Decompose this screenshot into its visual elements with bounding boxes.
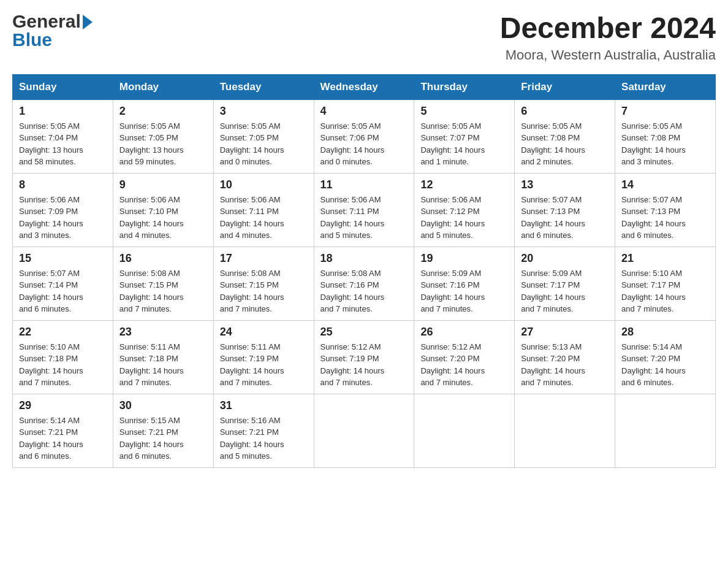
day-info: Sunrise: 5:07 AMSunset: 7:14 PMDaylight:… xyxy=(19,269,83,314)
day-number: 15 xyxy=(19,252,107,265)
day-info: Sunrise: 5:05 AMSunset: 7:05 PMDaylight:… xyxy=(220,121,284,167)
logo-general-text: General xyxy=(12,12,81,31)
day-info: Sunrise: 5:14 AMSunset: 7:21 PMDaylight:… xyxy=(19,416,83,461)
day-info: Sunrise: 5:13 AMSunset: 7:20 PMDaylight:… xyxy=(521,342,585,388)
day-number: 6 xyxy=(521,105,609,118)
column-header-thursday: Thursday xyxy=(414,74,515,99)
day-number: 10 xyxy=(220,178,308,191)
day-number: 22 xyxy=(19,326,107,339)
calendar-cell: 19Sunrise: 5:09 AMSunset: 7:16 PMDayligh… xyxy=(414,247,515,320)
calendar-cell: 13Sunrise: 5:07 AMSunset: 7:13 PMDayligh… xyxy=(515,173,615,247)
column-header-friday: Friday xyxy=(515,74,615,99)
day-info: Sunrise: 5:16 AMSunset: 7:21 PMDaylight:… xyxy=(220,416,284,461)
day-number: 17 xyxy=(220,252,308,265)
day-number: 14 xyxy=(621,178,709,191)
calendar-cell: 9Sunrise: 5:06 AMSunset: 7:10 PMDaylight… xyxy=(113,173,213,247)
day-info: Sunrise: 5:10 AMSunset: 7:17 PMDaylight:… xyxy=(621,269,686,314)
calendar-cell: 24Sunrise: 5:11 AMSunset: 7:19 PMDayligh… xyxy=(213,320,314,394)
day-number: 26 xyxy=(420,326,508,339)
calendar-cell xyxy=(615,394,716,467)
calendar-cell: 3Sunrise: 5:05 AMSunset: 7:05 PMDaylight… xyxy=(213,99,314,173)
calendar-header-row: SundayMondayTuesdayWednesdayThursdayFrid… xyxy=(13,74,716,99)
day-number: 28 xyxy=(621,326,709,339)
column-header-monday: Monday xyxy=(113,74,213,99)
calendar-cell: 5Sunrise: 5:05 AMSunset: 7:07 PMDaylight… xyxy=(414,99,515,173)
logo-blue-text: Blue xyxy=(12,31,52,49)
day-number: 5 xyxy=(420,105,508,118)
column-header-sunday: Sunday xyxy=(13,74,113,99)
day-number: 29 xyxy=(19,399,107,412)
calendar-cell: 21Sunrise: 5:10 AMSunset: 7:17 PMDayligh… xyxy=(615,247,716,320)
day-number: 31 xyxy=(220,399,308,412)
calendar-cell: 27Sunrise: 5:13 AMSunset: 7:20 PMDayligh… xyxy=(515,320,615,394)
day-info: Sunrise: 5:07 AMSunset: 7:13 PMDaylight:… xyxy=(521,195,585,240)
day-number: 20 xyxy=(521,252,609,265)
day-info: Sunrise: 5:12 AMSunset: 7:20 PMDaylight:… xyxy=(420,342,485,388)
calendar-week-row: 1Sunrise: 5:05 AMSunset: 7:04 PMDaylight… xyxy=(13,99,716,173)
day-info: Sunrise: 5:10 AMSunset: 7:18 PMDaylight:… xyxy=(19,342,83,388)
day-number: 24 xyxy=(220,326,308,339)
page-header: General Blue December 2024 Moora, Wester… xyxy=(12,12,716,63)
calendar-cell: 16Sunrise: 5:08 AMSunset: 7:15 PMDayligh… xyxy=(113,247,213,320)
calendar-week-row: 29Sunrise: 5:14 AMSunset: 7:21 PMDayligh… xyxy=(13,394,716,467)
day-info: Sunrise: 5:07 AMSunset: 7:13 PMDaylight:… xyxy=(621,195,686,240)
day-number: 8 xyxy=(19,178,107,191)
calendar-cell: 25Sunrise: 5:12 AMSunset: 7:19 PMDayligh… xyxy=(314,320,414,394)
day-number: 16 xyxy=(119,252,207,265)
day-info: Sunrise: 5:05 AMSunset: 7:05 PMDaylight:… xyxy=(119,121,184,167)
calendar-cell: 18Sunrise: 5:08 AMSunset: 7:16 PMDayligh… xyxy=(314,247,414,320)
day-info: Sunrise: 5:05 AMSunset: 7:08 PMDaylight:… xyxy=(621,121,686,167)
day-info: Sunrise: 5:05 AMSunset: 7:08 PMDaylight:… xyxy=(521,121,585,167)
calendar-cell xyxy=(314,394,414,467)
day-number: 3 xyxy=(220,105,308,118)
calendar-table: SundayMondayTuesdayWednesdayThursdayFrid… xyxy=(12,74,716,468)
day-info: Sunrise: 5:14 AMSunset: 7:20 PMDaylight:… xyxy=(621,342,686,388)
calendar-cell: 15Sunrise: 5:07 AMSunset: 7:14 PMDayligh… xyxy=(13,247,113,320)
calendar-week-row: 22Sunrise: 5:10 AMSunset: 7:18 PMDayligh… xyxy=(13,320,716,394)
logo: General Blue xyxy=(12,12,93,49)
day-info: Sunrise: 5:09 AMSunset: 7:17 PMDaylight:… xyxy=(521,269,585,314)
calendar-cell: 31Sunrise: 5:16 AMSunset: 7:21 PMDayligh… xyxy=(213,394,314,467)
column-header-tuesday: Tuesday xyxy=(213,74,314,99)
day-number: 18 xyxy=(320,252,408,265)
calendar-cell: 26Sunrise: 5:12 AMSunset: 7:20 PMDayligh… xyxy=(414,320,515,394)
column-header-wednesday: Wednesday xyxy=(314,74,414,99)
logo-arrow-icon xyxy=(83,15,93,29)
calendar-cell: 2Sunrise: 5:05 AMSunset: 7:05 PMDaylight… xyxy=(113,99,213,173)
day-info: Sunrise: 5:06 AMSunset: 7:09 PMDaylight:… xyxy=(19,195,83,240)
calendar-cell: 17Sunrise: 5:08 AMSunset: 7:15 PMDayligh… xyxy=(213,247,314,320)
calendar-week-row: 8Sunrise: 5:06 AMSunset: 7:09 PMDaylight… xyxy=(13,173,716,247)
title-area: December 2024 Moora, Western Australia, … xyxy=(500,12,716,63)
calendar-cell: 30Sunrise: 5:15 AMSunset: 7:21 PMDayligh… xyxy=(113,394,213,467)
location-subtitle: Moora, Western Australia, Australia xyxy=(500,47,716,63)
month-title: December 2024 xyxy=(500,12,716,45)
day-info: Sunrise: 5:06 AMSunset: 7:11 PMDaylight:… xyxy=(220,195,284,240)
calendar-cell xyxy=(515,394,615,467)
calendar-cell: 22Sunrise: 5:10 AMSunset: 7:18 PMDayligh… xyxy=(13,320,113,394)
day-number: 25 xyxy=(320,326,408,339)
calendar-cell: 7Sunrise: 5:05 AMSunset: 7:08 PMDaylight… xyxy=(615,99,716,173)
day-number: 2 xyxy=(119,105,207,118)
day-number: 21 xyxy=(621,252,709,265)
calendar-cell: 4Sunrise: 5:05 AMSunset: 7:06 PMDaylight… xyxy=(314,99,414,173)
day-number: 27 xyxy=(521,326,609,339)
calendar-cell: 12Sunrise: 5:06 AMSunset: 7:12 PMDayligh… xyxy=(414,173,515,247)
day-number: 13 xyxy=(521,178,609,191)
day-number: 1 xyxy=(19,105,107,118)
calendar-cell: 29Sunrise: 5:14 AMSunset: 7:21 PMDayligh… xyxy=(13,394,113,467)
day-info: Sunrise: 5:11 AMSunset: 7:19 PMDaylight:… xyxy=(220,342,284,388)
calendar-cell: 23Sunrise: 5:11 AMSunset: 7:18 PMDayligh… xyxy=(113,320,213,394)
calendar-cell: 10Sunrise: 5:06 AMSunset: 7:11 PMDayligh… xyxy=(213,173,314,247)
day-info: Sunrise: 5:08 AMSunset: 7:15 PMDaylight:… xyxy=(119,269,184,314)
day-number: 12 xyxy=(420,178,508,191)
day-number: 23 xyxy=(119,326,207,339)
calendar-cell: 6Sunrise: 5:05 AMSunset: 7:08 PMDaylight… xyxy=(515,99,615,173)
day-info: Sunrise: 5:08 AMSunset: 7:15 PMDaylight:… xyxy=(220,269,284,314)
calendar-cell: 1Sunrise: 5:05 AMSunset: 7:04 PMDaylight… xyxy=(13,99,113,173)
calendar-cell: 14Sunrise: 5:07 AMSunset: 7:13 PMDayligh… xyxy=(615,173,716,247)
day-info: Sunrise: 5:06 AMSunset: 7:10 PMDaylight:… xyxy=(119,195,184,240)
calendar-cell: 8Sunrise: 5:06 AMSunset: 7:09 PMDaylight… xyxy=(13,173,113,247)
day-number: 30 xyxy=(119,399,207,412)
day-info: Sunrise: 5:06 AMSunset: 7:11 PMDaylight:… xyxy=(320,195,385,240)
day-number: 4 xyxy=(320,105,408,118)
